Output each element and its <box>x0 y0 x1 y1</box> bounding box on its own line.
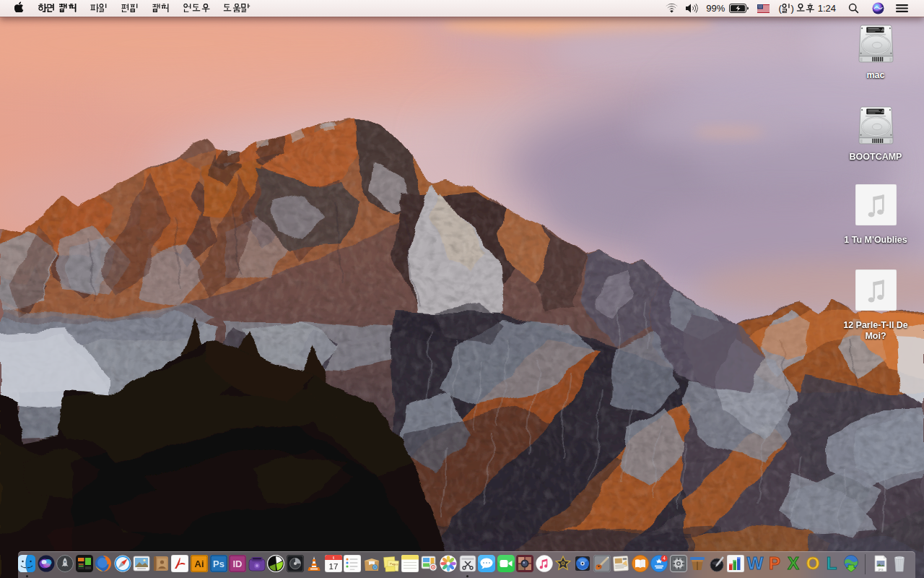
svg-text:X: X <box>788 555 799 572</box>
svg-text:4: 4 <box>663 556 666 561</box>
svg-text:P: P <box>768 555 780 572</box>
svg-text:ID: ID <box>233 558 243 569</box>
svg-text:JPG: JPG <box>879 569 884 571</box>
svg-text:W: W <box>747 555 764 572</box>
svg-text:L: L <box>827 555 837 572</box>
svg-text:Ai: Ai <box>195 558 204 569</box>
svg-text:O: O <box>806 555 819 572</box>
svg-text:Ps: Ps <box>213 558 225 569</box>
svg-text:Pages: Pages <box>390 562 398 566</box>
svg-text:17: 17 <box>328 562 338 571</box>
